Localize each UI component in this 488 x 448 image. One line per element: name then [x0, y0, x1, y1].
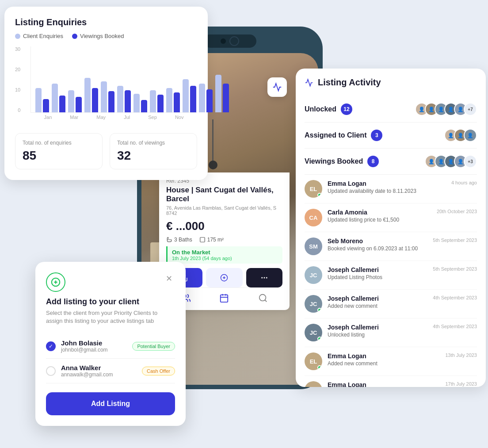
add-listing-button[interactable]: Add Listing — [46, 392, 175, 415]
x-label-nov: Nov — [175, 115, 184, 120]
stat-viewings-label: Total no. of viewings — [117, 140, 190, 146]
viewings-badge: 8 — [367, 156, 379, 167]
feed-time-6: 13th July 2023 — [445, 352, 477, 358]
bar-jun-dark — [125, 90, 131, 112]
feed-name-row-5: Joseph Callemeri 4th September 2023 — [328, 324, 477, 331]
client-item-anna[interactable]: Anna Walker annawalk@gmail.com Cash Offe… — [46, 359, 175, 383]
feed-name-1: Carla Amonia — [328, 209, 367, 216]
activity-header: Listing Activity — [305, 77, 477, 88]
bar-nov-light — [199, 84, 205, 112]
modal-title: Add listing to your client — [46, 297, 175, 306]
bar-sep-dark — [174, 92, 180, 112]
feed-action-0: Updated availability date to 8.11.2023 — [328, 188, 477, 194]
feed-time-5: 4th September 2023 — [433, 324, 477, 329]
bar-sep — [166, 88, 180, 112]
client-email-john: johnbol@gmail.com — [61, 347, 127, 353]
feed-action-1: Updated listing price to €1,500 — [328, 217, 477, 223]
baths-text: 3 Baths — [174, 237, 192, 243]
prop-feature-baths: 3 Baths — [166, 237, 192, 243]
bar-apr — [84, 78, 98, 112]
stat-enquiries: Total no. of enquiries 85 — [15, 133, 103, 169]
modal-close-button[interactable]: ✕ — [163, 272, 175, 285]
feed-item-2: SM Seb Moreno 5th September 2023 Booked … — [305, 232, 477, 261]
pulse-button[interactable] — [267, 77, 287, 97]
bar-may-dark — [108, 91, 114, 112]
bar-mar — [68, 90, 82, 112]
x-label-mar: Mar — [70, 115, 78, 120]
feed-content-1: Carla Amonia 20th October 2023 Updated l… — [328, 209, 477, 223]
property-status-text: On the Market — [172, 249, 278, 256]
stat-enquiries-value: 85 — [23, 149, 95, 163]
feed-action-6: Added new comment — [328, 360, 477, 367]
svg-rect-9 — [221, 295, 228, 302]
chart-x-labels: Jan Mar May Jul Sep Nov — [30, 113, 197, 120]
svg-point-7 — [266, 277, 267, 278]
bar-jun — [117, 86, 131, 112]
camera-dot — [221, 38, 226, 44]
activity-header-icon — [305, 78, 313, 87]
bar-jul-light — [133, 94, 140, 112]
feed-content-7: Emma Logan 17th July 2023 — [328, 381, 477, 387]
unlocked-left: Unlocked 12 — [305, 103, 352, 115]
nav-calendar-icon[interactable] — [219, 293, 229, 303]
bar-aug-dark — [157, 95, 164, 112]
bar-aug — [150, 90, 164, 112]
feed-action-4: Added new comment — [328, 303, 477, 309]
property-features: 3 Baths 175 m² — [166, 237, 282, 243]
feed-name-4: Joseph Callemeri — [328, 295, 379, 302]
plus-circle-icon — [51, 277, 61, 287]
feed-name-row-7: Emma Logan 17th July 2023 — [328, 381, 477, 387]
client-item-john[interactable]: John Bolasie johnbol@gmail.com Potential… — [46, 334, 175, 359]
bar-dec — [215, 75, 229, 112]
feed-time-1: 20th October 2023 — [437, 209, 477, 214]
unlocked-badge: 12 — [341, 103, 352, 115]
feed-time-7: 17th July 2023 — [445, 381, 477, 387]
assigned-avatars: 👤 👤 👤 — [444, 129, 477, 142]
feed-avatar-emma-1: EL — [305, 352, 322, 370]
feed-action-2: Booked viewing on 6.09.2023 at 11:00 — [328, 245, 477, 252]
bar-oct-dark — [190, 86, 196, 112]
activity-card: Listing Activity Unlocked 12 👤 👤 👤 👤 👤 +… — [296, 69, 486, 387]
feed-item-1: CA Carla Amonia 20th October 2023 Update… — [305, 203, 477, 232]
client-radio-anna[interactable] — [46, 366, 56, 376]
feed-content-4: Joseph Callemeri 4th September 2023 Adde… — [328, 295, 477, 309]
feed-item-4: JC Joseph Callemeri 4th September 2023 A… — [305, 290, 477, 318]
av-unlocked-more: +7 — [464, 103, 477, 116]
nav-search-icon[interactable] — [258, 293, 268, 303]
unlocked-avatars: 👤 👤 👤 👤 👤 +7 — [415, 103, 477, 116]
modal-subtitle: Select the client from your Priority Cli… — [46, 309, 175, 325]
bar-jan — [35, 88, 49, 112]
feed-content-0: Emma Logan 4 hours ago Updated availabil… — [328, 180, 477, 194]
add-client-button[interactable] — [206, 268, 242, 287]
chart-area: 30 20 10 0 — [15, 46, 197, 126]
svg-line-14 — [265, 300, 267, 302]
feed-name-5: Joseph Callemeri — [328, 324, 379, 331]
property-title: House | Sant Cugat del Vallés, Barcel — [166, 186, 282, 203]
feed-name-row-2: Seb Moreno 5th September 2023 — [328, 237, 477, 245]
client-radio-john[interactable] — [46, 341, 56, 351]
assigned-badge: 3 — [371, 130, 382, 141]
modal-icon — [46, 272, 65, 292]
legend-viewings-booked: Viewings Booked — [72, 33, 124, 39]
chart-bars — [30, 46, 197, 113]
online-dot-0 — [317, 193, 322, 197]
feed-name-row-1: Carla Amonia 20th October 2023 — [328, 209, 477, 216]
x-label-sep: Sep — [148, 115, 157, 120]
bar-may-light — [101, 81, 107, 112]
feed-item-7: EL Emma Logan 17th July 2023 — [305, 376, 477, 387]
feed-avatar-joseph-1: JC — [305, 295, 322, 313]
stat-viewings-value: 32 — [117, 149, 190, 163]
property-price: € ...000 — [166, 219, 282, 233]
legend-dot-dark — [72, 34, 77, 39]
x-label-jul: Jul — [124, 115, 130, 120]
bar-apr-light — [84, 78, 91, 112]
feed-name-row-6: Emma Logan 13th July 2023 — [328, 352, 477, 360]
bar-sep-light — [166, 88, 172, 112]
svg-point-6 — [264, 277, 265, 278]
bar-dec-light — [215, 75, 221, 112]
svg-point-5 — [262, 277, 263, 278]
more-button[interactable] — [246, 268, 282, 287]
y-label-20: 20 — [15, 67, 20, 72]
feed-content-6: Emma Logan 13th July 2023 Added new comm… — [328, 352, 477, 367]
viewings-avatars: 👤 👤 👤 👤 +3 — [425, 155, 477, 168]
